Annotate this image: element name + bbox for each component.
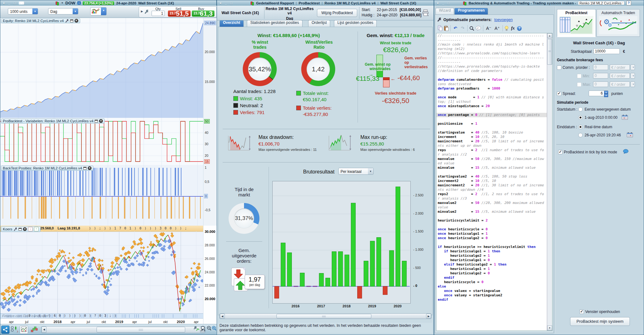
- units-select[interactable]: 1000 units▼: [8, 8, 38, 14]
- comm-unit-select[interactable]: € / order: [610, 64, 630, 70]
- decrease-font-icon[interactable]: A⁻: [485, 25, 492, 31]
- minimize-icon[interactable]: _: [441, 1, 445, 5]
- startkapitaal-input[interactable]: [593, 48, 620, 54]
- renko-button[interactable]: [31, 326, 38, 333]
- qty-input[interactable]: [152, 11, 165, 16]
- comment-icon[interactable]: //: [475, 26, 481, 31]
- tab-statistieken[interactable]: Statistieken gesloten posities: [247, 20, 303, 27]
- lightbulb-icon[interactable]: [504, 26, 509, 31]
- equity-panel[interactable]: Equity: Renko 1M ML2 CycLimRes v4 ✕: [0, 18, 203, 118]
- spread-checkbox[interactable]: ✓: [557, 91, 561, 96]
- scrollbar-thumb[interactable]: [97, 327, 185, 332]
- detach-window-icon[interactable]: [83, 167, 86, 170]
- startdate-custom-radio[interactable]: [578, 115, 583, 120]
- info-icon[interactable]: i: [77, 1, 81, 5]
- chevron-down-icon[interactable]: ▼: [368, 168, 373, 174]
- period-select[interactable]: Per kwartaal▼: [338, 168, 374, 175]
- undo-icon[interactable]: ↶: [452, 25, 458, 31]
- detach-window-icon[interactable]: [70, 19, 73, 22]
- expand-icon[interactable]: ▶: [141, 10, 143, 13]
- variables-panel[interactable]: ProBacktest - Variabelen: Renko 1M ML2 C…: [0, 118, 203, 165]
- min-checkbox[interactable]: [577, 74, 581, 78]
- chart-h-scrollbar[interactable]: ◀ ▶: [41, 326, 205, 333]
- paste-icon[interactable]: [444, 25, 449, 31]
- maximize-icon[interactable]: □: [447, 1, 450, 5]
- timeframe-select[interactable]: Dag▼: [48, 8, 78, 14]
- scrollbar-thumb[interactable]: [547, 39, 552, 65]
- close-icon[interactable]: ✕: [23, 227, 27, 231]
- chevron-down-icon[interactable]: ▼: [61, 2, 64, 4]
- print-icon[interactable]: [422, 9, 430, 16]
- tab-automatisch-traden[interactable]: Automatisch Traden ⚙⚙: [597, 9, 640, 37]
- share-button[interactable]: [1, 326, 9, 334]
- close-icon[interactable]: ✕: [88, 166, 92, 170]
- close-icon[interactable]: ×: [436, 1, 440, 5]
- close-icon[interactable]: ×: [219, 1, 222, 5]
- code-v-scrollbar[interactable]: ▲ ▼: [547, 33, 552, 331]
- enddate-custom-radio[interactable]: [578, 133, 583, 137]
- scroll-left-arrow[interactable]: ◀: [220, 314, 225, 319]
- pane-divider[interactable]: [554, 7, 556, 333]
- increase-font-icon[interactable]: A⁺: [493, 25, 501, 31]
- chevron-down-icon[interactable]: ▼: [630, 73, 635, 79]
- sell-button[interactable]: 23.751,5: [168, 10, 191, 17]
- wrench-icon[interactable]: [144, 9, 149, 14]
- detach-window-icon[interactable]: [19, 228, 22, 231]
- positions-panel[interactable]: BackTest Posities: Renko 1M ML2 CycLimRe…: [0, 165, 203, 226]
- close-icon[interactable]: ✕: [99, 119, 103, 123]
- close-icon[interactable]: ×: [2, 1, 6, 5]
- scroll-up-arrow[interactable]: ▲: [547, 33, 552, 38]
- copy-icon[interactable]: [438, 25, 443, 31]
- chevron-down-icon[interactable]: ▼: [73, 8, 78, 14]
- wrench-icon[interactable]: [14, 227, 17, 231]
- tab-orderlijst[interactable]: Orderlijst: [308, 20, 330, 27]
- tab-programmeren[interactable]: Programmeren: [454, 8, 488, 15]
- tickmode-checkbox[interactable]: ✓: [558, 150, 563, 154]
- scrollbar-thumb[interactable]: [276, 314, 371, 318]
- wrench-icon[interactable]: [65, 19, 69, 23]
- optim-add-link[interactable]: toevoegen: [494, 18, 513, 22]
- symbol-name[interactable]: DOW: [65, 1, 75, 5]
- min-unit-select[interactable]: € / order: [610, 73, 630, 79]
- maximize-icon[interactable]: □: [229, 1, 233, 5]
- buy-button[interactable]: 23.761,3: [192, 10, 214, 17]
- chevron-down-icon[interactable]: ▼: [630, 81, 635, 87]
- price-panel[interactable]: Hoog 29.568,0 Laag 18.191,8 ) ) ; ) ) 1 …: [0, 226, 203, 325]
- keyboard-icon[interactable]: ⌨: [19, 1, 24, 5]
- minimize-icon[interactable]: _: [7, 1, 11, 5]
- redo-icon[interactable]: ↷: [459, 25, 466, 31]
- tab-lijst-gesloten[interactable]: Lijst gesloten posities: [334, 20, 377, 27]
- search-icon[interactable]: [469, 26, 475, 31]
- minimize-icon[interactable]: _: [224, 1, 228, 5]
- min-input[interactable]: [593, 73, 608, 79]
- scroll-right-arrow[interactable]: ▶: [426, 314, 431, 319]
- system-name-input[interactable]: [578, 1, 625, 5]
- spread-spinner[interactable]: ▲▼: [604, 91, 608, 96]
- close-icon[interactable]: ✕: [75, 19, 78, 23]
- chevron-down-icon[interactable]: ▼: [101, 8, 106, 15]
- maximize-icon[interactable]: □: [13, 1, 16, 5]
- tab-overzicht[interactable]: Overzicht: [219, 20, 244, 27]
- speech-bubble-icon[interactable]: [623, 149, 629, 154]
- calendar-icon[interactable]: [627, 132, 633, 137]
- max-unit-select[interactable]: € / order: [610, 81, 630, 87]
- chart-mode-button[interactable]: [10, 326, 19, 333]
- max-checkbox[interactable]: [577, 82, 581, 87]
- startdate-first-radio[interactable]: [578, 107, 583, 112]
- scroll-down-arrow[interactable]: ▼: [547, 326, 552, 331]
- tab-probacktest[interactable]: ProBacktest: [557, 9, 596, 37]
- help-icon[interactable]: ?: [626, 1, 631, 5]
- comm-input[interactable]: [593, 64, 608, 70]
- chevron-down-icon[interactable]: ▼: [32, 8, 38, 14]
- code-editor[interactable]: //--------------------------------------…: [436, 33, 552, 331]
- scroll-left-arrow[interactable]: ◀: [42, 327, 47, 333]
- buy-arrow-icon[interactable]: ↑: [34, 227, 39, 231]
- function-icon[interactable]: fx: [510, 25, 516, 31]
- keep-open-checkbox[interactable]: ✓: [580, 310, 584, 314]
- chevron-down-icon[interactable]: ▼: [630, 64, 635, 70]
- comm-checkbox[interactable]: [557, 65, 561, 70]
- zoom-out-button[interactable]: [207, 326, 212, 333]
- zoom-fit-button[interactable]: [200, 326, 206, 333]
- detach-window-icon[interactable]: [95, 120, 98, 123]
- indicator-button[interactable]: ▼: [90, 7, 107, 15]
